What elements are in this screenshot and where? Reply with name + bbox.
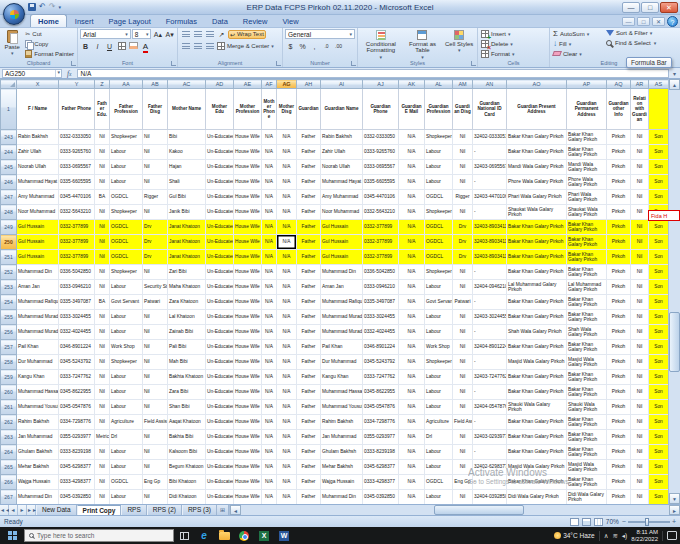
- cell-Y266[interactable]: 0333-4298377: [59, 475, 95, 490]
- column-header-Z[interactable]: Z: [95, 80, 110, 89]
- cell-AI263[interactable]: Jan Muhammad: [321, 430, 363, 445]
- cell-AD257[interactable]: Un-Educated: [206, 340, 234, 355]
- cell-AP252[interactable]: Bakar Khan Galary Pirkoh: [567, 265, 607, 280]
- cell-AQ246[interactable]: Pirkoh: [607, 175, 631, 190]
- row-header-267[interactable]: 267: [1, 490, 17, 505]
- cell-X260[interactable]: Muhammad Hassan: [17, 385, 59, 400]
- cell-AL261[interactable]: Labour: [425, 400, 453, 415]
- cell-AB256[interactable]: Nil: [143, 325, 168, 340]
- cell-AP254[interactable]: Bakar Khan Galary Pirkoh: [567, 295, 607, 310]
- cell-AQ264[interactable]: Pirkoh: [607, 445, 631, 460]
- cell-AI247[interactable]: Amy Muhammad: [321, 190, 363, 205]
- cell-AC256[interactable]: Zainab Bibi: [168, 325, 206, 340]
- cell-AA243[interactable]: Shopkeeper: [110, 130, 143, 145]
- clear-button[interactable]: Clear▾: [552, 49, 604, 58]
- cell-Z247[interactable]: BA: [95, 190, 110, 205]
- cell-AE247[interactable]: House Wife: [234, 190, 262, 205]
- cell-AG246[interactable]: N/A: [277, 175, 297, 190]
- cell-AB245[interactable]: Nil: [143, 160, 168, 175]
- cell-Z258[interactable]: Nil: [95, 355, 110, 370]
- cell-AH267[interactable]: Father: [297, 490, 321, 505]
- row-header-247[interactable]: 247: [1, 190, 17, 205]
- cell-Y256[interactable]: 0332-4024455: [59, 325, 95, 340]
- number-dialog-launcher[interactable]: [351, 61, 356, 66]
- field-header-AM[interactable]: Guardian Disg: [453, 89, 473, 130]
- cell-AJ261[interactable]: 0345-0547876: [363, 400, 399, 415]
- cell-AR264[interactable]: Nil: [631, 445, 649, 460]
- cell-AG253[interactable]: N/A: [277, 280, 297, 295]
- row-header-263[interactable]: 263: [1, 430, 17, 445]
- field-header-AO[interactable]: Guardian Present Address: [507, 89, 567, 130]
- cell-AG264[interactable]: N/A: [277, 445, 297, 460]
- cell-AQ250[interactable]: Pirkoh: [607, 235, 631, 250]
- cell-AH244[interactable]: Father: [297, 145, 321, 160]
- cell-AC255[interactable]: Lal Khatoon: [168, 310, 206, 325]
- cell-AA258[interactable]: Shopkeeper: [110, 355, 143, 370]
- field-header-AE[interactable]: Mother Profession: [234, 89, 262, 130]
- cell-AB257[interactable]: Nil: [143, 340, 168, 355]
- cell-AD245[interactable]: Un-Educated: [206, 160, 234, 175]
- fill-color-icon[interactable]: [128, 41, 139, 51]
- cell-X263[interactable]: Jan Muhammad: [17, 430, 59, 445]
- cell-AM253[interactable]: Nil: [453, 280, 473, 295]
- cell-AC249[interactable]: Janat Khatoon: [168, 220, 206, 235]
- cell-AP249[interactable]: Bakar Khan Galary Pirkoh: [567, 220, 607, 235]
- cell-AP257[interactable]: Bakar Khan Galary Pirkoh: [567, 340, 607, 355]
- cell-AF263[interactable]: N/A: [262, 430, 277, 445]
- cell-AQ251[interactable]: Pirkoh: [607, 250, 631, 265]
- cell-AO254[interactable]: Bakar Khan Galary Pirkoh: [507, 295, 567, 310]
- font-dialog-launcher[interactable]: [171, 61, 176, 66]
- cell-AI265[interactable]: Mehar Bakhsh: [321, 460, 363, 475]
- zoom-in-icon[interactable]: +: [672, 518, 676, 525]
- cell-AH255[interactable]: Father: [297, 310, 321, 325]
- cell-AH257[interactable]: Father: [297, 340, 321, 355]
- workbook-minimize-button[interactable]: —: [622, 17, 635, 26]
- cell-AL254[interactable]: Govt Servant: [425, 295, 453, 310]
- field-header-AJ[interactable]: Guardian Phone: [363, 89, 399, 130]
- cell-AJ247[interactable]: 0345-4470106: [363, 190, 399, 205]
- cell-AI259[interactable]: Kangu Khan: [321, 370, 363, 385]
- cell-AA253[interactable]: Labour: [110, 280, 143, 295]
- cell-AB261[interactable]: Nil: [143, 400, 168, 415]
- zoom-out-icon[interactable]: −: [622, 518, 626, 525]
- help-icon[interactable]: ?: [667, 16, 678, 27]
- cell-AF254[interactable]: N/A: [262, 295, 277, 310]
- cell-AK261[interactable]: N/A: [399, 400, 425, 415]
- cell-AE256[interactable]: House Wife: [234, 325, 262, 340]
- cell-AQ247[interactable]: Pirkoh: [607, 190, 631, 205]
- cell-AN251[interactable]: 32403-8903411-5: [473, 250, 507, 265]
- cell-AJ254[interactable]: 0335-3497087: [363, 295, 399, 310]
- field-header-AA[interactable]: Father Profession: [110, 89, 143, 130]
- cell-AL265[interactable]: Labour: [425, 460, 453, 475]
- cell-AA260[interactable]: Labour: [110, 385, 143, 400]
- cell-AJ267[interactable]: 0345-0392850: [363, 490, 399, 505]
- cell-AM261[interactable]: Nil: [453, 400, 473, 415]
- conditional-formatting-button[interactable]: Conditional Formatting ▾: [361, 29, 401, 59]
- ribbon-tab-insert[interactable]: Insert: [68, 15, 101, 27]
- cell-AG247[interactable]: N/A: [277, 190, 297, 205]
- cell-AR265[interactable]: Nil: [631, 460, 649, 475]
- cell-AR258[interactable]: Nil: [631, 355, 649, 370]
- cell-AF266[interactable]: N/A: [262, 475, 277, 490]
- cell-AR243[interactable]: Nil: [631, 130, 649, 145]
- cell-AQ243[interactable]: Pirkoh: [607, 130, 631, 145]
- cell-Z259[interactable]: Nil: [95, 370, 110, 385]
- cell-AS263[interactable]: Son: [649, 430, 669, 445]
- cell-AS260[interactable]: Son: [649, 385, 669, 400]
- cell-AL259[interactable]: Labour: [425, 370, 453, 385]
- row-header-258[interactable]: 258: [1, 355, 17, 370]
- cell-Z264[interactable]: Nil: [95, 445, 110, 460]
- cell-AO257[interactable]: Bakar Khan Galary Pirkoh: [507, 340, 567, 355]
- cell-AB249[interactable]: Drv: [143, 220, 168, 235]
- field-header-AF[interactable]: Mother Phone: [262, 89, 277, 130]
- cell-AJ264[interactable]: 0333-8239198: [363, 445, 399, 460]
- row-header-250[interactable]: 250: [1, 235, 17, 250]
- cell-AF250[interactable]: N/A: [262, 235, 277, 250]
- cell-AF265[interactable]: N/A: [262, 460, 277, 475]
- row-header-248[interactable]: 248: [1, 205, 17, 220]
- cell-Y263[interactable]: 0355-0293977: [59, 430, 95, 445]
- cell-AH254[interactable]: Father: [297, 295, 321, 310]
- clipboard-dialog-launcher[interactable]: [71, 61, 76, 66]
- cell-AM257[interactable]: Nil: [453, 340, 473, 355]
- cell-AA263[interactable]: Drl: [110, 430, 143, 445]
